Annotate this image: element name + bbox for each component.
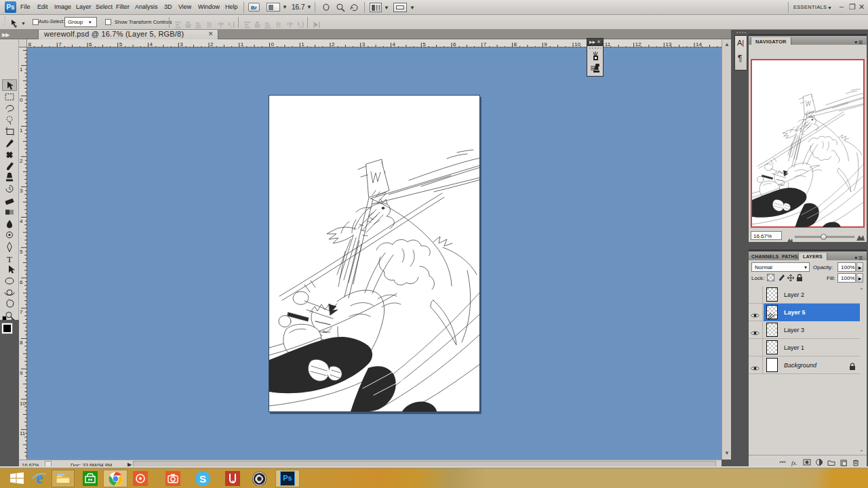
- svg-text:10: 10: [20, 401, 26, 407]
- svg-text:S: S: [199, 473, 206, 485]
- svg-text:3: 3: [180, 41, 183, 47]
- svg-text:9: 9: [544, 41, 547, 47]
- svg-text:8: 8: [20, 340, 23, 346]
- svg-text:6: 6: [20, 279, 23, 285]
- svg-text:2: 2: [20, 158, 23, 164]
- svg-text:4: 4: [150, 41, 153, 47]
- svg-text:8: 8: [514, 41, 517, 47]
- svg-text:5: 5: [119, 41, 123, 47]
- svg-text:2: 2: [210, 41, 214, 47]
- svg-text:14: 14: [696, 41, 702, 47]
- svg-text:8: 8: [28, 41, 32, 47]
- svg-text:T: T: [7, 254, 12, 264]
- svg-text:0: 0: [271, 41, 275, 47]
- svg-text:6: 6: [453, 41, 456, 47]
- svg-text:12: 12: [635, 41, 642, 47]
- svg-text:9: 9: [20, 370, 23, 376]
- svg-text:6: 6: [89, 41, 92, 47]
- svg-text:4: 4: [20, 218, 23, 224]
- svg-text:7: 7: [484, 41, 487, 47]
- svg-text:5: 5: [20, 249, 23, 255]
- svg-text:10: 10: [574, 41, 580, 47]
- svg-text:1: 1: [241, 41, 244, 47]
- svg-text:1: 1: [301, 41, 304, 47]
- svg-text:11: 11: [605, 41, 611, 47]
- svg-text:fx.: fx.: [791, 460, 797, 466]
- svg-text:5: 5: [422, 41, 426, 47]
- svg-text:7: 7: [58, 41, 62, 47]
- svg-text:2: 2: [332, 41, 335, 47]
- svg-text:7: 7: [20, 309, 23, 315]
- svg-text:11: 11: [20, 430, 26, 436]
- svg-text:1: 1: [20, 127, 23, 134]
- svg-text:0: 0: [20, 97, 23, 103]
- svg-text:1: 1: [20, 66, 23, 73]
- svg-text:13: 13: [665, 41, 671, 47]
- svg-text:3: 3: [20, 188, 23, 194]
- svg-text:3: 3: [362, 41, 366, 47]
- svg-text:4: 4: [393, 41, 396, 47]
